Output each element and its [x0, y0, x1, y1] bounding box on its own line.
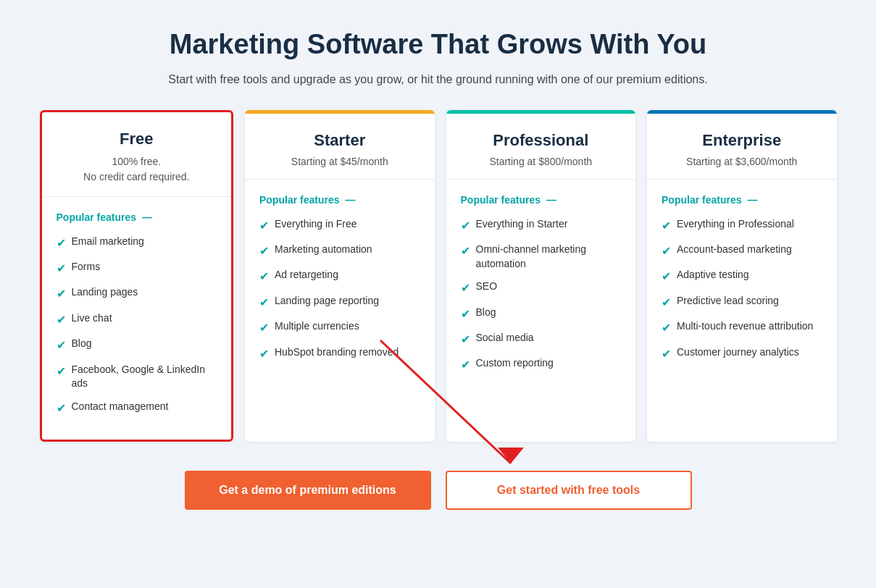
feature-text: Landing page reporting	[275, 294, 379, 308]
feature-item: ✔ Landing pages	[57, 285, 217, 302]
feature-item: ✔ Omni-channel marketing automation	[461, 243, 622, 271]
feature-text: Email marketing	[72, 235, 144, 249]
check-icon: ✔	[461, 280, 470, 296]
feature-text: Predictive lead scoring	[677, 294, 779, 308]
check-icon: ✔	[57, 400, 66, 416]
feature-item: ✔ Multiple currencies	[259, 319, 420, 336]
feature-item: ✔ Ad retargeting	[259, 268, 420, 285]
feature-text: Omni-channel marketing automation	[476, 243, 622, 271]
features-label-text: Popular features	[461, 194, 541, 206]
features-label-enterprise: Popular features —	[662, 194, 822, 206]
plan-name-starter: Starter	[259, 131, 420, 150]
feature-text: Marketing automation	[275, 243, 372, 257]
plan-header-professional: Professional Starting at $800/month	[446, 114, 636, 180]
feature-item: ✔ Adaptive testing	[662, 268, 822, 285]
plan-features-enterprise: Popular features — ✔ Everything in Profe…	[647, 180, 837, 442]
feature-item: ✔ Everything in Professional	[662, 217, 822, 234]
page-header: Marketing Software That Grows With You S…	[168, 29, 707, 88]
check-icon: ✔	[259, 295, 269, 311]
plan-header-enterprise: Enterprise Starting at $3,600/month	[647, 114, 837, 180]
free-tools-button[interactable]: Get started with free tools	[446, 471, 692, 510]
feature-item: ✔ Custom reporting	[461, 356, 622, 373]
feature-text: Multi-touch revenue attribution	[677, 319, 813, 334]
feature-text: Customer journey analytics	[677, 345, 799, 360]
feature-text: Blog	[72, 337, 92, 351]
feature-item: ✔ Landing page reporting	[259, 294, 420, 311]
feature-item: ✔ Customer journey analytics	[662, 345, 822, 362]
feature-item: ✔ Social media	[461, 331, 622, 348]
check-icon: ✔	[57, 312, 66, 328]
plan-name-professional: Professional	[461, 131, 622, 150]
feature-text: Everything in Free	[275, 217, 357, 232]
plans-container: Free 100% free.No credit card required. …	[40, 110, 837, 442]
feature-item: ✔ Marketing automation	[259, 243, 420, 259]
feature-text: Blog	[476, 306, 496, 320]
feature-item: ✔ Facebook, Google & LinkedIn ads	[57, 363, 217, 391]
check-icon: ✔	[662, 320, 671, 336]
check-icon: ✔	[662, 346, 671, 362]
check-icon: ✔	[259, 320, 269, 336]
feature-item: ✔ Account-based marketing	[662, 243, 822, 259]
feature-text: HubSpot branding removed	[275, 345, 399, 360]
check-icon: ✔	[259, 269, 269, 285]
features-label-text: Popular features	[57, 211, 136, 223]
page-subtitle: Start with free tools and upgrade as you…	[168, 71, 707, 88]
feature-text: Forms	[72, 260, 101, 274]
check-icon: ✔	[662, 218, 671, 234]
plan-price-free: 100% free.No credit card required.	[57, 154, 217, 185]
plan-features-starter: Popular features — ✔ Everything in Free …	[245, 180, 435, 442]
features-label-starter: Popular features —	[259, 194, 420, 206]
check-icon: ✔	[57, 364, 66, 379]
feature-text: Ad retargeting	[275, 268, 338, 282]
features-dash: —	[747, 194, 757, 206]
feature-item: ✔ Live chat	[57, 311, 217, 328]
features-label-free: Popular features —	[57, 211, 217, 223]
check-icon: ✔	[259, 218, 269, 234]
plan-features-free: Popular features — ✔ Email marketing ✔ F…	[42, 197, 232, 440]
features-dash: —	[546, 194, 556, 206]
demo-button[interactable]: Get a demo of premium editions	[185, 471, 431, 510]
feature-item: ✔ Blog	[461, 306, 622, 322]
check-icon: ✔	[57, 235, 66, 251]
feature-text: Adaptive testing	[677, 268, 749, 282]
feature-item: ✔ Multi-touch revenue attribution	[662, 319, 822, 336]
feature-text: Live chat	[72, 311, 112, 326]
feature-item: ✔ SEO	[461, 280, 622, 296]
feature-text: Facebook, Google & LinkedIn ads	[72, 363, 217, 391]
feature-item: ✔ Everything in Free	[259, 217, 420, 234]
features-label-text: Popular features	[259, 194, 339, 206]
check-icon: ✔	[259, 243, 269, 259]
feature-text: Landing pages	[72, 285, 138, 300]
check-icon: ✔	[662, 243, 671, 259]
feature-text: Custom reporting	[476, 356, 554, 371]
plan-price-professional: Starting at $800/month	[461, 156, 622, 167]
features-label-professional: Popular features —	[461, 194, 622, 206]
feature-text: Contact management	[72, 400, 169, 414]
feature-item: ✔ Blog	[57, 337, 217, 353]
features-label-text: Popular features	[662, 194, 741, 206]
feature-text: SEO	[476, 280, 498, 294]
check-icon: ✔	[662, 295, 671, 311]
feature-text: Everything in Professional	[677, 217, 794, 232]
plan-card-starter: Starter Starting at $45/month Popular fe…	[245, 110, 435, 442]
svg-marker-1	[498, 448, 524, 463]
plan-header-free: Free 100% free.No credit card required.	[42, 112, 232, 197]
feature-item: ✔ Contact management	[57, 400, 217, 416]
plan-card-free: Free 100% free.No credit card required. …	[40, 110, 234, 442]
feature-item: ✔ Predictive lead scoring	[662, 294, 822, 311]
check-icon: ✔	[461, 243, 470, 259]
features-dash: —	[142, 211, 152, 223]
plan-features-professional: Popular features — ✔ Everything in Start…	[446, 180, 636, 442]
feature-text: Everything in Starter	[476, 217, 568, 232]
plan-price-enterprise: Starting at $3,600/month	[662, 156, 822, 167]
page-title: Marketing Software That Grows With You	[168, 29, 707, 61]
feature-item: ✔ Email marketing	[57, 235, 217, 251]
check-icon: ✔	[57, 261, 66, 277]
check-icon: ✔	[461, 306, 470, 322]
plan-card-professional: Professional Starting at $800/month Popu…	[446, 110, 636, 442]
check-icon: ✔	[57, 286, 66, 302]
plan-name-enterprise: Enterprise	[662, 131, 822, 150]
feature-text: Multiple currencies	[275, 319, 359, 334]
plan-card-enterprise: Enterprise Starting at $3,600/month Popu…	[647, 110, 837, 442]
check-icon: ✔	[461, 357, 470, 373]
